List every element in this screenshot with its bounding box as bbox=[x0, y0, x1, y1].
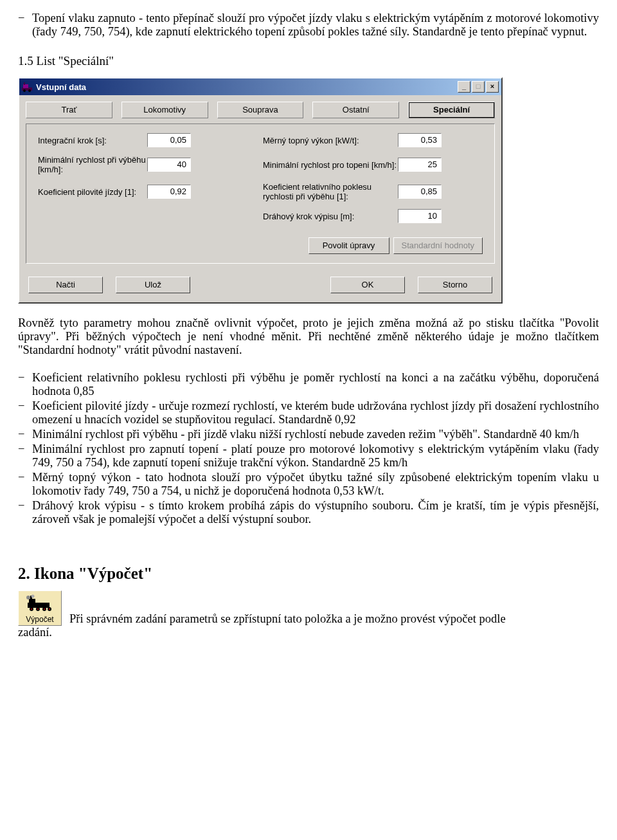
label-koef-relativni-pokles: Koeficient relativního poklesu rychlosti… bbox=[263, 182, 398, 201]
input-koef-pilovite[interactable]: 0,92 bbox=[147, 185, 191, 199]
input-integracni-krok[interactable]: 0,05 bbox=[147, 133, 191, 147]
input-min-rychlost-topeni[interactable]: 25 bbox=[398, 158, 442, 172]
svg-rect-4 bbox=[24, 82, 25, 85]
svg-point-16 bbox=[44, 608, 45, 610]
tab-lokomotivy[interactable]: Lokomotivy bbox=[121, 102, 208, 118]
section2-tail: zadání. bbox=[18, 626, 599, 639]
window-vstupni-data: Vstupní data _ □ × Trať Lokomotivy Soupr… bbox=[18, 77, 503, 304]
nacti-button[interactable]: Načti bbox=[28, 277, 103, 293]
list-item: −Měrný topný výkon - tato hodnota slouží… bbox=[18, 471, 599, 498]
titlebar: Vstupní data _ □ × bbox=[19, 78, 501, 95]
label-min-rychlost-vybeh: Minimální rychlost při výběhu [km/h]: bbox=[38, 155, 147, 174]
label-drahovy-krok: Dráhový krok výpisu [m]: bbox=[263, 212, 398, 221]
input-drahovy-krok[interactable]: 10 bbox=[398, 209, 442, 223]
tab-ostatni[interactable]: Ostatní bbox=[312, 102, 399, 118]
bullet-dash: − bbox=[18, 12, 32, 39]
label-koef-pilovite: Koeficient pilovité jízdy [1]: bbox=[38, 187, 147, 197]
locomotive-icon bbox=[21, 594, 58, 614]
maximize-button: □ bbox=[472, 81, 485, 93]
intro-bullet: − Topení vlaku zapnuto - tento přepínač … bbox=[18, 12, 599, 39]
storno-button[interactable]: Storno bbox=[418, 277, 492, 293]
icon-caption: Výpočet bbox=[21, 615, 58, 624]
tab-panel-specialni: Integrační krok [s]: 0,05 Měrný topný vý… bbox=[26, 123, 495, 264]
svg-point-2 bbox=[28, 89, 31, 92]
paragraph-after-window: Rovněž tyto parametry mohou značně ovliv… bbox=[18, 316, 599, 357]
svg-point-8 bbox=[26, 596, 30, 599]
tab-souprava[interactable]: Souprava bbox=[217, 102, 304, 118]
section-heading-1-5: 1.5 List "Speciální" bbox=[18, 54, 599, 68]
povolit-upravy-button[interactable]: Povolit úpravy bbox=[308, 237, 389, 254]
vypocet-icon-button[interactable]: Výpočet bbox=[18, 590, 62, 626]
input-koef-relativni-pokles[interactable]: 0,85 bbox=[398, 185, 442, 199]
section-heading-2: 2. Ikona "Výpočet" bbox=[18, 565, 599, 583]
standardni-hodnoty-button: Standardní hodnoty bbox=[393, 237, 483, 254]
list-item: −Koeficient pilovité jízdy - určuje rozm… bbox=[18, 399, 599, 426]
label-merny-topny-vykon: Měrný topný výkon [kW/t]: bbox=[263, 136, 398, 145]
list-item: −Minimální rychlost při výběhu - při jíz… bbox=[18, 428, 599, 441]
uloz-button[interactable]: Ulož bbox=[116, 277, 190, 293]
tab-specialni[interactable]: Speciální bbox=[408, 102, 495, 118]
app-icon bbox=[22, 82, 32, 92]
section2-text: Při správném zadání parametrů se zpřístu… bbox=[69, 612, 599, 626]
intro-text: Topení vlaku zapnuto - tento přepínač sl… bbox=[32, 12, 599, 39]
list-item: −Minimální rychlost pro zapnutí topení -… bbox=[18, 443, 599, 470]
svg-point-14 bbox=[31, 608, 32, 610]
bullet-list: −Koeficient relativního poklesu rychlost… bbox=[18, 371, 599, 526]
input-merny-topny-vykon[interactable]: 0,53 bbox=[398, 133, 442, 147]
input-min-rychlost-vybeh[interactable]: 40 bbox=[147, 158, 191, 172]
list-item: −Dráhový krok výpisu - s tímto krokem pr… bbox=[18, 499, 599, 526]
bottom-button-bar: Načti Ulož OK Storno bbox=[19, 270, 501, 302]
svg-point-1 bbox=[23, 89, 26, 92]
label-min-rychlost-topeni: Minimální rychlost pro topeni [km/h]: bbox=[263, 160, 398, 170]
close-button[interactable]: × bbox=[486, 81, 499, 93]
window-title: Vstupní data bbox=[36, 82, 458, 92]
svg-point-15 bbox=[37, 608, 39, 610]
svg-point-17 bbox=[49, 608, 50, 610]
ok-button[interactable]: OK bbox=[330, 277, 405, 293]
svg-point-9 bbox=[31, 595, 35, 598]
tab-trat[interactable]: Trať bbox=[26, 102, 112, 118]
list-item: −Koeficient relativního poklesu rychlost… bbox=[18, 371, 599, 398]
minimize-button[interactable]: _ bbox=[458, 81, 470, 93]
tabs: Trať Lokomotivy Souprava Ostatní Speciál… bbox=[19, 95, 501, 118]
label-integracni-krok: Integrační krok [s]: bbox=[38, 136, 147, 145]
svg-rect-6 bbox=[29, 599, 35, 604]
